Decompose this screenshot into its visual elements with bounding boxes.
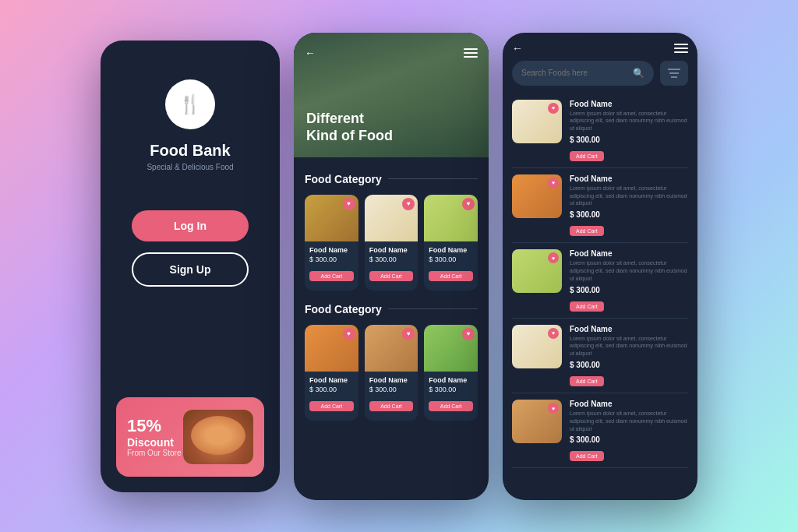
food-name-2: Food Name bbox=[369, 246, 414, 254]
food-price-4: $ 300.00 bbox=[309, 386, 354, 393]
section-divider-2 bbox=[388, 308, 478, 309]
content-area: Food Category ♥ Food Name $ 300.00 Add C… bbox=[294, 157, 489, 442]
food-price-3: $ 300.00 bbox=[429, 255, 473, 263]
food-image-green: ♥ bbox=[424, 325, 478, 372]
login-button[interactable]: Log In bbox=[132, 210, 249, 241]
list-item-name-4: Food Name bbox=[570, 325, 688, 333]
list-item-price-3: $ 300.00 bbox=[570, 286, 688, 294]
list-back-button[interactable]: ← bbox=[512, 42, 523, 55]
food-name-4: Food Name bbox=[309, 376, 354, 384]
food-grid-1: ♥ Food Name $ 300.00 Add Cart ♥ Food Nam… bbox=[305, 195, 478, 291]
filter-button[interactable] bbox=[660, 61, 688, 86]
list-menu-line-2 bbox=[674, 48, 688, 49]
food-card-3: ♥ Food Name $ 300.00 Add Cart bbox=[424, 195, 478, 291]
list-item: ♥ Food Name Lorem ipsum dolor sit amet, … bbox=[512, 168, 688, 243]
food-grid-2: ♥ Food Name $ 300.00 Add Cart ♥ Food Nam… bbox=[305, 325, 478, 421]
phone-login: 🍴 Food Bank Special & Delicious Food Log… bbox=[101, 41, 280, 492]
list-item: ♥ Food Name Lorem ipsum dolor sit amet, … bbox=[512, 393, 688, 468]
menu-line-3 bbox=[464, 56, 478, 58]
menu-line-1 bbox=[464, 48, 478, 50]
add-cart-btn-4[interactable]: Add Cart bbox=[309, 401, 354, 411]
heart-icon-1[interactable]: ♥ bbox=[343, 198, 355, 210]
phone-list: ← 🔍 ♥ bbox=[503, 33, 697, 500]
list-add-cart-btn-4[interactable]: Add Cart bbox=[570, 376, 604, 386]
heart-icon-3[interactable]: ♥ bbox=[462, 198, 475, 210]
list-heart-5[interactable]: ♥ bbox=[548, 403, 559, 414]
add-cart-btn-1[interactable]: Add Cart bbox=[309, 271, 354, 281]
list-heart-2[interactable]: ♥ bbox=[548, 178, 559, 188]
list-heart-1[interactable]: ♥ bbox=[548, 103, 559, 114]
category2-title: Food Category bbox=[305, 303, 382, 315]
list-item-info-2: Food Name Lorem ipsum dolor sit amet, co… bbox=[570, 174, 688, 236]
food-card-1: ♥ Food Name $ 300.00 Add Cart bbox=[305, 195, 358, 291]
list-add-cart-btn-1[interactable]: Add Cart bbox=[570, 151, 604, 161]
list-item-price-5: $ 300.00 bbox=[570, 435, 688, 444]
list-item-image-5: ♥ bbox=[512, 400, 562, 443]
list-item-image-3: ♥ bbox=[512, 249, 562, 293]
list-item-info-3: Food Name Lorem ipsum dolor sit amet, co… bbox=[570, 249, 688, 311]
list-item: ♥ Food Name Lorem ipsum dolor sit amet, … bbox=[512, 93, 688, 168]
food-image-burger: ♥ bbox=[305, 195, 358, 241]
heart-icon-4[interactable]: ♥ bbox=[343, 328, 355, 340]
list-item: ♥ Food Name Lorem ipsum dolor sit amet, … bbox=[512, 243, 688, 318]
list-menu-line-1 bbox=[674, 44, 688, 45]
fork-spoon-icon: 🍴 bbox=[178, 93, 202, 115]
list-item-name-3: Food Name bbox=[570, 249, 688, 258]
list-heart-4[interactable]: ♥ bbox=[548, 328, 559, 339]
heart-icon-5[interactable]: ♥ bbox=[402, 328, 415, 340]
category2-header: Food Category bbox=[305, 303, 478, 315]
search-icon: 🔍 bbox=[633, 68, 644, 79]
category1-header: Food Category bbox=[305, 173, 478, 185]
list-item-image-2: ♥ bbox=[512, 174, 562, 218]
section-divider bbox=[388, 178, 478, 179]
food-name-6: Food Name bbox=[429, 376, 473, 384]
heart-icon-6[interactable]: ♥ bbox=[462, 328, 475, 340]
add-cart-btn-5[interactable]: Add Cart bbox=[369, 401, 414, 411]
list-add-cart-btn-5[interactable]: Add Cart bbox=[570, 451, 604, 461]
discount-percent: 15% bbox=[127, 416, 181, 436]
list-item-image-1: ♥ bbox=[512, 100, 562, 143]
category1-title: Food Category bbox=[305, 173, 382, 185]
list-item-desc-5: Lorem ipsum dolor sit amet, consectetur … bbox=[570, 410, 688, 432]
add-cart-btn-2[interactable]: Add Cart bbox=[369, 271, 414, 281]
list-item-name-5: Food Name bbox=[570, 400, 688, 408]
list-item-desc-3: Lorem ipsum dolor sit amet, consectetur … bbox=[570, 259, 688, 282]
signup-button[interactable]: Sign Up bbox=[132, 252, 249, 287]
app-tagline: Special & Delicious Food bbox=[147, 163, 233, 171]
back-button[interactable]: ← bbox=[305, 47, 316, 59]
food-card-5: ♥ Food Name $ 300.00 Add Cart bbox=[365, 325, 418, 421]
search-input[interactable] bbox=[521, 69, 628, 77]
hero-title: DifferentKind of Food bbox=[306, 111, 393, 144]
list-item-name-1: Food Name bbox=[570, 100, 688, 108]
heart-icon-2[interactable]: ♥ bbox=[402, 198, 415, 210]
food-image-soup: ♥ bbox=[305, 325, 358, 372]
food-name-3: Food Name bbox=[429, 246, 473, 254]
list-menu-icon[interactable] bbox=[674, 44, 688, 53]
phone-category: ← DifferentKind of Food Food Category bbox=[294, 33, 489, 500]
list-item-desc-4: Lorem ipsum dolor sit amet, consectetur … bbox=[570, 335, 688, 358]
list-item-image-4: ♥ bbox=[512, 325, 562, 368]
search-box: 🔍 bbox=[512, 61, 654, 86]
menu-icon[interactable] bbox=[464, 48, 478, 58]
food-image-salad: ♥ bbox=[424, 195, 478, 241]
discount-banner: 15% Discount From Our Store bbox=[116, 397, 264, 477]
list-heart-3[interactable]: ♥ bbox=[548, 252, 559, 263]
food-image-pancake: ♥ bbox=[365, 325, 418, 372]
discount-label: Discount bbox=[127, 436, 181, 449]
food-price-2: $ 300.00 bbox=[369, 255, 414, 263]
list-item-desc-2: Lorem ipsum dolor sit amet, consectetur … bbox=[570, 185, 688, 207]
food-price-5: $ 300.00 bbox=[369, 386, 414, 393]
list-item-price-4: $ 300.00 bbox=[570, 361, 688, 369]
list-item-info-5: Food Name Lorem ipsum dolor sit amet, co… bbox=[570, 400, 688, 461]
list-item-info-4: Food Name Lorem ipsum dolor sit amet, co… bbox=[570, 325, 688, 386]
nav-bar: ← bbox=[294, 39, 489, 67]
discount-from: From Our Store bbox=[127, 449, 181, 457]
list-item-info-1: Food Name Lorem ipsum dolor sit amet, co… bbox=[570, 100, 688, 161]
food-card-2: ♥ Food Name $ 300.00 Add Cart bbox=[365, 195, 418, 291]
list-add-cart-btn-2[interactable]: Add Cart bbox=[570, 226, 604, 236]
food-card-6: ♥ Food Name $ 300.00 Add Cart bbox=[424, 325, 478, 421]
list-add-cart-btn-3[interactable]: Add Cart bbox=[570, 301, 604, 312]
add-cart-btn-6[interactable]: Add Cart bbox=[429, 401, 473, 411]
add-cart-btn-3[interactable]: Add Cart bbox=[429, 271, 473, 281]
food-list: ♥ Food Name Lorem ipsum dolor sit amet, … bbox=[503, 93, 697, 500]
